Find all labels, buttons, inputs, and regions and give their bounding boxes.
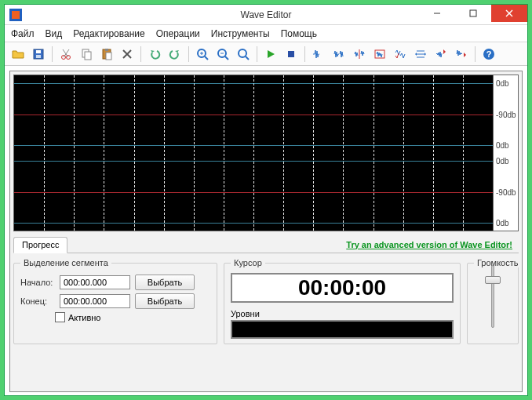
- fx-fadeout-icon[interactable]: [453, 45, 470, 63]
- titlebar: Wave Editor: [5, 5, 527, 25]
- select-end-button[interactable]: Выбрать: [135, 293, 195, 309]
- svg-rect-12: [85, 52, 91, 60]
- save-icon[interactable]: [30, 45, 47, 63]
- volume-group: Громкость: [467, 263, 519, 344]
- waveform-area[interactable]: 0db -90db 0db 0db -90db 0db: [13, 75, 519, 231]
- fx-normalize-icon[interactable]: [310, 45, 327, 63]
- db-scale: 0db -90db 0db 0db -90db 0db: [493, 75, 518, 231]
- zoom-out-icon[interactable]: [214, 45, 231, 63]
- svg-line-26: [246, 56, 249, 60]
- menubar: Файл Вид Редактирование Операции Инструм…: [5, 25, 527, 42]
- slider-thumb[interactable]: [485, 276, 501, 284]
- help-icon[interactable]: ?: [480, 45, 497, 63]
- redo-icon[interactable]: [166, 45, 184, 63]
- copy-icon[interactable]: [78, 45, 95, 63]
- active-checkbox[interactable]: [55, 312, 65, 322]
- tabs-row: Прогресс Try an advanced version of Wave…: [13, 236, 519, 253]
- db-label: 0db: [496, 78, 509, 87]
- svg-text:?: ?: [486, 49, 492, 59]
- fx-mix-icon[interactable]: [392, 45, 409, 63]
- zoom-in-icon[interactable]: [194, 45, 211, 63]
- menu-ops[interactable]: Операции: [156, 28, 200, 39]
- time-display: 00:00:00: [231, 273, 454, 303]
- db-label: -90db: [496, 187, 516, 196]
- svg-point-25: [239, 49, 246, 57]
- maximize-button[interactable]: [455, 5, 491, 22]
- close-button[interactable]: [491, 5, 527, 22]
- fx-reverse-icon[interactable]: [351, 45, 368, 63]
- db-label: -90db: [496, 110, 516, 118]
- active-label: Активно: [68, 313, 101, 322]
- svg-rect-14: [105, 49, 108, 51]
- svg-line-23: [225, 56, 228, 60]
- cut-icon[interactable]: [57, 45, 75, 63]
- fx-band-icon[interactable]: [371, 45, 388, 63]
- svg-line-19: [205, 56, 208, 60]
- select-start-button[interactable]: Выбрать: [135, 275, 195, 290]
- svg-rect-6: [36, 55, 41, 58]
- stop-icon[interactable]: [282, 45, 300, 63]
- panels: Выделение сегмента Начало: Выбрать Конец…: [13, 258, 519, 344]
- menu-tools[interactable]: Инструменты: [211, 28, 270, 39]
- cursor-legend: Курсор: [231, 258, 265, 267]
- start-input[interactable]: [60, 275, 130, 289]
- end-label: Конец:: [20, 296, 55, 306]
- db-label: 0db: [496, 219, 509, 227]
- fx-fadein-icon[interactable]: [432, 45, 450, 63]
- promo-link[interactable]: Try an advanced version of Wave Editor!: [346, 240, 512, 249]
- menu-help[interactable]: Помощь: [281, 28, 317, 39]
- undo-icon[interactable]: [146, 45, 163, 63]
- db-label: 0db: [496, 141, 509, 150]
- open-icon[interactable]: [9, 45, 27, 63]
- paste-icon[interactable]: [98, 45, 115, 63]
- play-icon[interactable]: [262, 45, 279, 63]
- svg-rect-27: [288, 51, 294, 57]
- levels-label: Уровни: [231, 309, 454, 318]
- fx-stretch-icon[interactable]: [412, 45, 429, 63]
- work-area: 0db -90db 0db 0db -90db 0db Прогресс Try…: [9, 71, 523, 392]
- svg-rect-15: [106, 53, 111, 60]
- tab-progress[interactable]: Прогресс: [13, 237, 67, 253]
- menu-file[interactable]: Файл: [11, 28, 35, 39]
- levels-meter: [231, 320, 454, 339]
- zoom-fit-icon[interactable]: [235, 45, 252, 63]
- svg-rect-1: [470, 10, 476, 16]
- menu-view[interactable]: Вид: [46, 28, 63, 39]
- cursor-group: Курсор 00:00:00 Уровни: [224, 263, 461, 344]
- toolbar: ?: [5, 42, 527, 66]
- segment-legend: Выделение сегмента: [20, 258, 111, 267]
- waveform-canvas[interactable]: [14, 75, 493, 231]
- menu-edit[interactable]: Редактирование: [73, 28, 144, 39]
- fx-trim-icon[interactable]: [330, 45, 348, 63]
- app-icon: [9, 9, 22, 21]
- end-input[interactable]: [60, 294, 130, 308]
- db-label: 0db: [496, 156, 509, 165]
- delete-icon[interactable]: [118, 45, 136, 63]
- svg-rect-5: [36, 50, 41, 53]
- start-label: Начало:: [20, 278, 55, 287]
- minimize-button[interactable]: [419, 5, 455, 22]
- segment-group: Выделение сегмента Начало: Выбрать Конец…: [13, 263, 217, 344]
- volume-slider[interactable]: [477, 265, 508, 328]
